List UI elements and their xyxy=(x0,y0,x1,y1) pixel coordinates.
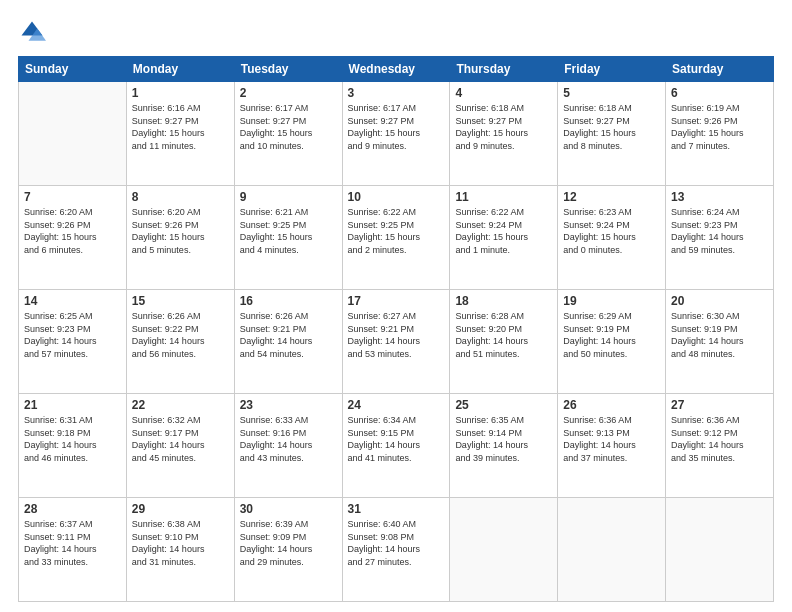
calendar-week-row: 1Sunrise: 6:16 AM Sunset: 9:27 PM Daylig… xyxy=(19,82,774,186)
calendar-cell: 27Sunrise: 6:36 AM Sunset: 9:12 PM Dayli… xyxy=(666,394,774,498)
calendar-day-header: Monday xyxy=(126,57,234,82)
day-info: Sunrise: 6:20 AM Sunset: 9:26 PM Dayligh… xyxy=(132,206,229,256)
day-number: 24 xyxy=(348,398,445,412)
day-number: 29 xyxy=(132,502,229,516)
calendar-cell: 7Sunrise: 6:20 AM Sunset: 9:26 PM Daylig… xyxy=(19,186,127,290)
day-info: Sunrise: 6:19 AM Sunset: 9:26 PM Dayligh… xyxy=(671,102,768,152)
day-info: Sunrise: 6:25 AM Sunset: 9:23 PM Dayligh… xyxy=(24,310,121,360)
day-number: 31 xyxy=(348,502,445,516)
calendar-day-header: Wednesday xyxy=(342,57,450,82)
day-info: Sunrise: 6:26 AM Sunset: 9:22 PM Dayligh… xyxy=(132,310,229,360)
calendar-cell xyxy=(19,82,127,186)
day-info: Sunrise: 6:22 AM Sunset: 9:24 PM Dayligh… xyxy=(455,206,552,256)
day-info: Sunrise: 6:30 AM Sunset: 9:19 PM Dayligh… xyxy=(671,310,768,360)
day-number: 26 xyxy=(563,398,660,412)
day-info: Sunrise: 6:40 AM Sunset: 9:08 PM Dayligh… xyxy=(348,518,445,568)
calendar-cell: 22Sunrise: 6:32 AM Sunset: 9:17 PM Dayli… xyxy=(126,394,234,498)
day-number: 6 xyxy=(671,86,768,100)
day-number: 25 xyxy=(455,398,552,412)
calendar-cell: 29Sunrise: 6:38 AM Sunset: 9:10 PM Dayli… xyxy=(126,498,234,602)
calendar-week-row: 7Sunrise: 6:20 AM Sunset: 9:26 PM Daylig… xyxy=(19,186,774,290)
calendar-cell: 12Sunrise: 6:23 AM Sunset: 9:24 PM Dayli… xyxy=(558,186,666,290)
calendar-cell: 2Sunrise: 6:17 AM Sunset: 9:27 PM Daylig… xyxy=(234,82,342,186)
day-info: Sunrise: 6:36 AM Sunset: 9:12 PM Dayligh… xyxy=(671,414,768,464)
calendar-cell: 25Sunrise: 6:35 AM Sunset: 9:14 PM Dayli… xyxy=(450,394,558,498)
calendar-cell: 11Sunrise: 6:22 AM Sunset: 9:24 PM Dayli… xyxy=(450,186,558,290)
day-number: 22 xyxy=(132,398,229,412)
calendar-cell: 21Sunrise: 6:31 AM Sunset: 9:18 PM Dayli… xyxy=(19,394,127,498)
calendar-cell: 24Sunrise: 6:34 AM Sunset: 9:15 PM Dayli… xyxy=(342,394,450,498)
calendar-cell: 14Sunrise: 6:25 AM Sunset: 9:23 PM Dayli… xyxy=(19,290,127,394)
day-number: 13 xyxy=(671,190,768,204)
calendar-cell xyxy=(558,498,666,602)
header xyxy=(18,18,774,46)
calendar-cell: 26Sunrise: 6:36 AM Sunset: 9:13 PM Dayli… xyxy=(558,394,666,498)
day-info: Sunrise: 6:28 AM Sunset: 9:20 PM Dayligh… xyxy=(455,310,552,360)
logo-icon xyxy=(18,18,46,46)
day-number: 10 xyxy=(348,190,445,204)
day-info: Sunrise: 6:22 AM Sunset: 9:25 PM Dayligh… xyxy=(348,206,445,256)
day-info: Sunrise: 6:18 AM Sunset: 9:27 PM Dayligh… xyxy=(455,102,552,152)
calendar-cell: 13Sunrise: 6:24 AM Sunset: 9:23 PM Dayli… xyxy=(666,186,774,290)
day-info: Sunrise: 6:37 AM Sunset: 9:11 PM Dayligh… xyxy=(24,518,121,568)
calendar-cell: 8Sunrise: 6:20 AM Sunset: 9:26 PM Daylig… xyxy=(126,186,234,290)
calendar-header-row: SundayMondayTuesdayWednesdayThursdayFrid… xyxy=(19,57,774,82)
calendar-cell: 15Sunrise: 6:26 AM Sunset: 9:22 PM Dayli… xyxy=(126,290,234,394)
day-info: Sunrise: 6:20 AM Sunset: 9:26 PM Dayligh… xyxy=(24,206,121,256)
day-number: 7 xyxy=(24,190,121,204)
calendar-day-header: Saturday xyxy=(666,57,774,82)
day-number: 3 xyxy=(348,86,445,100)
calendar-week-row: 28Sunrise: 6:37 AM Sunset: 9:11 PM Dayli… xyxy=(19,498,774,602)
calendar-cell: 10Sunrise: 6:22 AM Sunset: 9:25 PM Dayli… xyxy=(342,186,450,290)
day-info: Sunrise: 6:16 AM Sunset: 9:27 PM Dayligh… xyxy=(132,102,229,152)
calendar-table: SundayMondayTuesdayWednesdayThursdayFrid… xyxy=(18,56,774,602)
day-number: 2 xyxy=(240,86,337,100)
day-info: Sunrise: 6:21 AM Sunset: 9:25 PM Dayligh… xyxy=(240,206,337,256)
day-number: 28 xyxy=(24,502,121,516)
calendar-cell: 30Sunrise: 6:39 AM Sunset: 9:09 PM Dayli… xyxy=(234,498,342,602)
day-info: Sunrise: 6:39 AM Sunset: 9:09 PM Dayligh… xyxy=(240,518,337,568)
day-number: 5 xyxy=(563,86,660,100)
calendar-week-row: 21Sunrise: 6:31 AM Sunset: 9:18 PM Dayli… xyxy=(19,394,774,498)
day-number: 21 xyxy=(24,398,121,412)
calendar-cell: 5Sunrise: 6:18 AM Sunset: 9:27 PM Daylig… xyxy=(558,82,666,186)
day-info: Sunrise: 6:24 AM Sunset: 9:23 PM Dayligh… xyxy=(671,206,768,256)
day-info: Sunrise: 6:33 AM Sunset: 9:16 PM Dayligh… xyxy=(240,414,337,464)
day-info: Sunrise: 6:35 AM Sunset: 9:14 PM Dayligh… xyxy=(455,414,552,464)
day-number: 20 xyxy=(671,294,768,308)
day-info: Sunrise: 6:32 AM Sunset: 9:17 PM Dayligh… xyxy=(132,414,229,464)
day-info: Sunrise: 6:27 AM Sunset: 9:21 PM Dayligh… xyxy=(348,310,445,360)
logo xyxy=(18,18,50,46)
day-info: Sunrise: 6:23 AM Sunset: 9:24 PM Dayligh… xyxy=(563,206,660,256)
calendar-cell: 20Sunrise: 6:30 AM Sunset: 9:19 PM Dayli… xyxy=(666,290,774,394)
calendar-cell: 9Sunrise: 6:21 AM Sunset: 9:25 PM Daylig… xyxy=(234,186,342,290)
calendar-cell: 6Sunrise: 6:19 AM Sunset: 9:26 PM Daylig… xyxy=(666,82,774,186)
day-info: Sunrise: 6:38 AM Sunset: 9:10 PM Dayligh… xyxy=(132,518,229,568)
day-number: 15 xyxy=(132,294,229,308)
day-info: Sunrise: 6:17 AM Sunset: 9:27 PM Dayligh… xyxy=(240,102,337,152)
day-info: Sunrise: 6:34 AM Sunset: 9:15 PM Dayligh… xyxy=(348,414,445,464)
calendar-cell: 19Sunrise: 6:29 AM Sunset: 9:19 PM Dayli… xyxy=(558,290,666,394)
calendar-day-header: Sunday xyxy=(19,57,127,82)
calendar-day-header: Friday xyxy=(558,57,666,82)
day-info: Sunrise: 6:29 AM Sunset: 9:19 PM Dayligh… xyxy=(563,310,660,360)
day-number: 1 xyxy=(132,86,229,100)
calendar-cell xyxy=(666,498,774,602)
day-info: Sunrise: 6:18 AM Sunset: 9:27 PM Dayligh… xyxy=(563,102,660,152)
day-number: 4 xyxy=(455,86,552,100)
day-number: 14 xyxy=(24,294,121,308)
calendar-cell: 28Sunrise: 6:37 AM Sunset: 9:11 PM Dayli… xyxy=(19,498,127,602)
day-info: Sunrise: 6:17 AM Sunset: 9:27 PM Dayligh… xyxy=(348,102,445,152)
calendar-day-header: Tuesday xyxy=(234,57,342,82)
day-info: Sunrise: 6:26 AM Sunset: 9:21 PM Dayligh… xyxy=(240,310,337,360)
day-number: 27 xyxy=(671,398,768,412)
day-number: 8 xyxy=(132,190,229,204)
page: SundayMondayTuesdayWednesdayThursdayFrid… xyxy=(0,0,792,612)
day-number: 11 xyxy=(455,190,552,204)
day-number: 17 xyxy=(348,294,445,308)
day-number: 18 xyxy=(455,294,552,308)
calendar-cell: 17Sunrise: 6:27 AM Sunset: 9:21 PM Dayli… xyxy=(342,290,450,394)
day-number: 23 xyxy=(240,398,337,412)
day-number: 16 xyxy=(240,294,337,308)
calendar-cell: 23Sunrise: 6:33 AM Sunset: 9:16 PM Dayli… xyxy=(234,394,342,498)
